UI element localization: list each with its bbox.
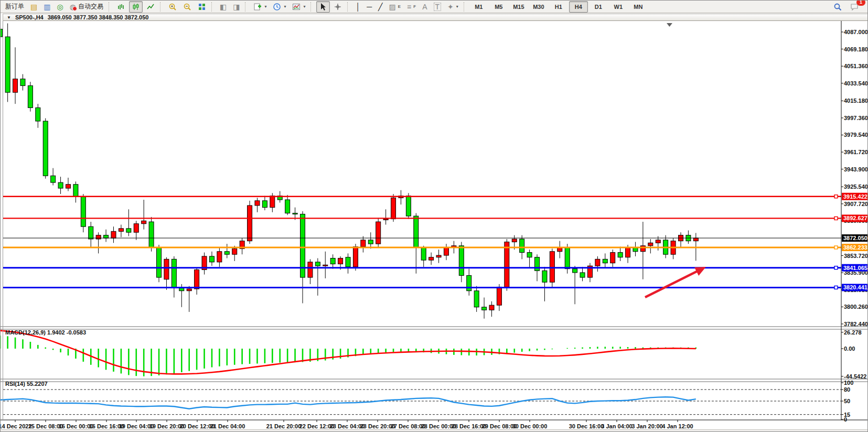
new-chart-icon [253, 3, 262, 11]
text-label-tool-button[interactable]: T [431, 1, 444, 13]
equidistant-channel-icon: ▨ [389, 3, 396, 10]
zoom-in-button[interactable] [166, 1, 179, 13]
price-line-anchor[interactable] [834, 217, 838, 220]
timeframe-m15-button[interactable]: M15 [509, 1, 528, 13]
zoom-out-button[interactable] [180, 1, 194, 13]
price-line-anchor[interactable] [834, 246, 838, 249]
candle-body [81, 197, 85, 227]
fibonacci-tool-button[interactable]: ≡F [404, 1, 419, 13]
line-chart-mode-button[interactable] [144, 1, 157, 13]
timeframe-m5-button[interactable]: M5 [489, 1, 508, 13]
navigator-icon: ◎ [57, 3, 63, 10]
time-axis-label: 28 Dec 16:00 [452, 423, 487, 429]
dropdown-caret-icon: ▾ [284, 4, 286, 9]
price-axis-tick-label: 3782.440 [844, 321, 868, 327]
vertical-line-tool-button[interactable]: │ [353, 1, 363, 13]
candle-body [248, 206, 252, 241]
new-chart-button[interactable]: ▾ [251, 1, 269, 13]
candle-body [648, 243, 653, 245]
candle-body [474, 291, 479, 307]
timeframe-label: W1 [614, 4, 623, 10]
arrows-tool-button[interactable]: ✦ ▾ [445, 1, 461, 13]
price-axis-tick-label: 3961.720 [844, 149, 868, 155]
text-tool-button[interactable]: A [420, 1, 430, 13]
price-line-anchor[interactable] [834, 266, 838, 269]
navigator-button[interactable]: ◎ [54, 1, 66, 13]
periods-button[interactable]: ▾ [270, 1, 288, 13]
candle-body [134, 224, 138, 232]
tile-windows-button[interactable] [195, 1, 209, 13]
candle-body [5, 37, 10, 92]
chart-canvas[interactable]: 4087.0004069.1804051.3604033.5404015.180… [1, 21, 868, 432]
candle-body [119, 229, 123, 231]
candle-body [535, 257, 540, 271]
candle-body [558, 247, 562, 251]
timeframe-label: H4 [575, 4, 582, 10]
candlestick-chart-icon [132, 3, 140, 11]
text-label-icon: T [434, 3, 442, 11]
trendline-tool-button[interactable]: ╱ [376, 1, 385, 13]
mt4-terminal-window: 新订单 ▤ ▥ ◎ ◍ 自动交易 [0, 0, 868, 432]
price-badge-label: 3862.233 [843, 244, 867, 251]
candle-body [209, 256, 214, 262]
chart-background [1, 21, 868, 432]
rsi-axis-tick-label: 80 [844, 386, 850, 393]
auto-scroll-button[interactable]: ◨ [230, 1, 242, 13]
timeframe-w1-button[interactable]: W1 [609, 1, 628, 13]
timeframe-h4-button[interactable]: H4 [569, 1, 588, 13]
candle-body [187, 289, 191, 291]
trendline-icon: ╱ [378, 3, 382, 10]
new-order-button[interactable]: 新订单 [3, 1, 27, 13]
price-axis-tick-label: 3943.900 [844, 166, 868, 172]
time-axis-label: 23 Dec 20:00 [360, 423, 395, 429]
candle-body [610, 253, 615, 263]
candle-body [104, 235, 109, 238]
chart-titlebar[interactable]: ▼ SP500-,H4 3869.050 3877.350 3848.350 3… [3, 14, 868, 21]
search-button[interactable] [831, 1, 844, 13]
notifications-button[interactable]: 1 [848, 1, 862, 13]
zoom-out-icon [183, 3, 191, 11]
candle-body [527, 253, 532, 257]
timeframe-m30-button[interactable]: M30 [529, 1, 548, 13]
tile-windows-icon [198, 3, 206, 11]
toolbar-separator [464, 2, 467, 12]
candle-body [96, 235, 101, 239]
indicators-button[interactable]: ▾ [290, 1, 308, 13]
candle-body [1, 29, 3, 37]
timeframe-label: M15 [513, 4, 524, 10]
auto-trading-button[interactable]: ◍ 自动交易 [67, 1, 106, 13]
time-axis-label: 21 Dec 20:00 [266, 423, 302, 429]
auto-trading-icon: ◍ [70, 3, 76, 10]
candle-body [179, 288, 184, 290]
price-line-anchor[interactable] [834, 195, 838, 198]
price-axis-tick-label: 4051.360 [844, 63, 868, 69]
candle-body [626, 247, 630, 257]
chart-shift-button[interactable]: ◧ [217, 1, 229, 13]
search-icon [833, 3, 842, 11]
candle-body [308, 262, 313, 277]
candle-body [43, 121, 48, 176]
price-line-anchor[interactable] [834, 286, 838, 289]
timeframe-m1-button[interactable]: M1 [469, 1, 488, 13]
timeframe-d1-button[interactable]: D1 [589, 1, 608, 13]
crosshair-tool-button[interactable] [331, 1, 345, 13]
candle-body [459, 246, 464, 276]
candle-body [376, 222, 381, 244]
channel-tool-button[interactable]: ▨E [387, 1, 404, 13]
candle-body [172, 259, 176, 288]
toolbar-separator [245, 2, 248, 12]
macd-axis-tick-label: -44.5422 [844, 373, 866, 380]
cursor-tool-button[interactable] [316, 1, 330, 13]
profiles-button[interactable]: ▤ [28, 1, 40, 13]
candle-body [414, 216, 419, 247]
candle-body [497, 287, 501, 305]
market-watch-button[interactable]: ▥ [41, 1, 53, 13]
bar-chart-mode-button[interactable] [114, 1, 128, 13]
timeframe-h1-button[interactable]: H1 [549, 1, 568, 13]
horizontal-line-tool-button[interactable]: ─ [364, 1, 374, 13]
candle-body [580, 273, 585, 277]
candle-chart-mode-button[interactable] [129, 1, 143, 13]
timeframe-mn-button[interactable]: MN [629, 1, 648, 13]
candle-body [217, 252, 222, 262]
time-axis-label: 21 Dec 04:00 [210, 423, 245, 429]
